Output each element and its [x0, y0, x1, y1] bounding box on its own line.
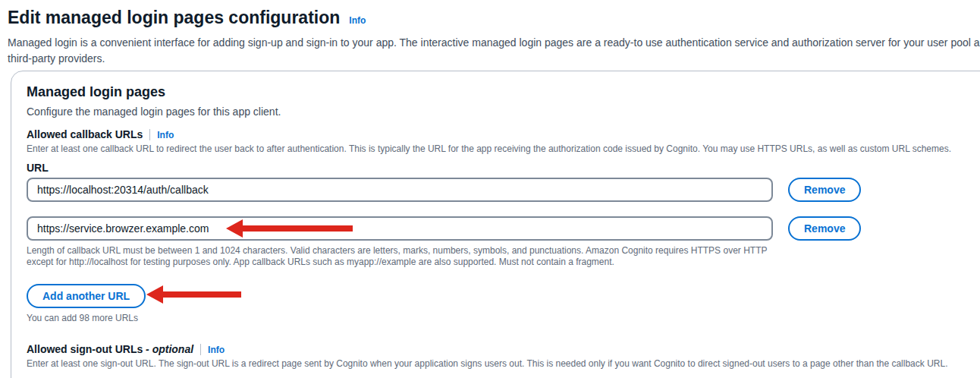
- allowed-signout-urls-label: Allowed sign-out URLs - optional: [27, 344, 193, 355]
- callback-info-link[interactable]: Info: [157, 130, 174, 140]
- callback-url-input-1[interactable]: [27, 178, 773, 202]
- page-header: Edit managed login pages configuration I…: [8, 8, 980, 67]
- signout-info-link[interactable]: Info: [208, 345, 225, 355]
- remaining-urls-text: You can add 98 more URLs: [27, 313, 980, 324]
- page-description: Managed login is a convenient interface …: [8, 35, 980, 67]
- page-description-line1: Managed login is a convenient interface …: [8, 35, 980, 51]
- callback-url-row-2: Remove: [27, 216, 980, 241]
- page-title-info-link[interactable]: Info: [349, 15, 366, 26]
- panel-subtitle: Configure the managed login pages for th…: [27, 105, 980, 118]
- callback-description: Enter at least one callback URL to redir…: [27, 143, 980, 155]
- page-description-line2: third-party providers.: [8, 51, 980, 67]
- panel-title: Managed login pages: [27, 83, 980, 100]
- label-divider: [200, 344, 201, 355]
- page-title: Edit managed login pages configuration: [8, 8, 340, 28]
- callback-url-constraint-text: Length of callback URL must be between 1…: [27, 245, 768, 268]
- remove-url-button-2[interactable]: Remove: [788, 216, 861, 241]
- managed-login-pages-panel: Managed login pages Configure the manage…: [11, 71, 980, 378]
- optional-suffix: - optional: [146, 343, 193, 355]
- url-column-label: URL: [27, 161, 980, 175]
- label-divider: [149, 129, 150, 140]
- add-another-url-button[interactable]: Add another URL: [27, 284, 146, 308]
- allowed-callback-urls-label: Allowed callback URLs: [27, 129, 143, 140]
- signout-urls-section: Allowed sign-out URLs - optional Info En…: [27, 344, 980, 370]
- callback-url-row-1: Remove: [27, 178, 980, 202]
- signout-description: Enter at least one sign-out URL. The sig…: [27, 358, 980, 370]
- callback-url-input-2[interactable]: [27, 216, 773, 241]
- remove-url-button-1[interactable]: Remove: [788, 178, 861, 202]
